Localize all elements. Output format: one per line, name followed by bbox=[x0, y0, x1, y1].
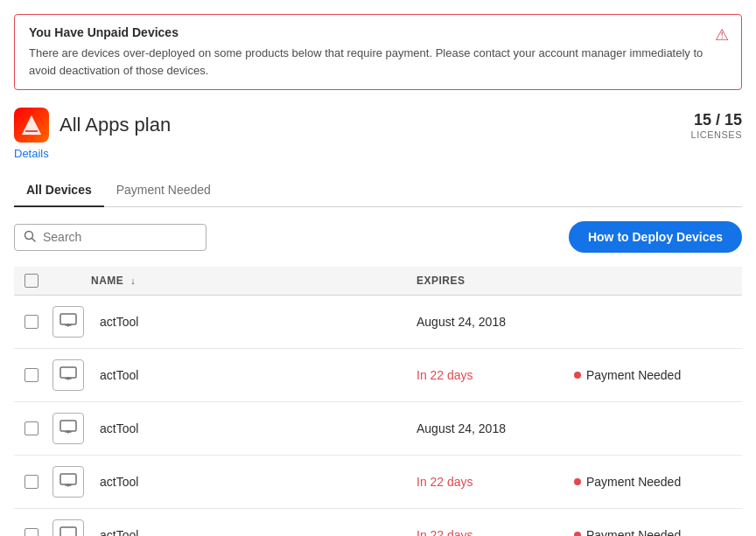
svg-rect-11 bbox=[60, 421, 76, 431]
col-header-name[interactable]: NAME ↓ bbox=[91, 275, 416, 287]
sort-arrow-icon: ↓ bbox=[130, 275, 136, 286]
select-all-checkbox[interactable] bbox=[24, 274, 38, 288]
payment-needed-status: Payment Needed bbox=[574, 368, 732, 382]
plan-header: All Apps plan 15 / 15 LICENSES bbox=[14, 108, 742, 143]
toolbar: How to Deploy Devices bbox=[14, 221, 742, 253]
svg-rect-14 bbox=[60, 474, 76, 484]
expires-value: In 22 days bbox=[416, 528, 574, 536]
device-name: actTool bbox=[91, 528, 416, 536]
status-dot-icon bbox=[574, 532, 581, 536]
license-count: 15 / 15 bbox=[691, 111, 742, 129]
table-row: actTool In 22 days Payment Needed bbox=[14, 509, 742, 536]
deploy-devices-button[interactable]: How to Deploy Devices bbox=[569, 221, 742, 253]
details-link[interactable]: Details bbox=[14, 147, 49, 160]
license-label: LICENSES bbox=[691, 129, 742, 140]
license-info: 15 / 15 LICENSES bbox=[691, 111, 742, 140]
device-name: actTool bbox=[91, 315, 416, 329]
device-name: actTool bbox=[91, 368, 416, 382]
search-box[interactable] bbox=[14, 224, 206, 251]
payment-needed-label: Payment Needed bbox=[586, 528, 681, 536]
device-name: actTool bbox=[91, 475, 416, 489]
plan-title: All Apps plan bbox=[60, 114, 171, 136]
alert-title: You Have Unpaid Devices bbox=[29, 25, 727, 39]
tab-payment-needed[interactable]: Payment Needed bbox=[104, 174, 223, 207]
expires-value: August 24, 2018 bbox=[416, 315, 574, 329]
table-row: actTool August 24, 2018 bbox=[14, 296, 742, 349]
svg-rect-17 bbox=[60, 527, 76, 537]
alert-body: There are devices over-deployed on some … bbox=[29, 45, 727, 79]
row-checkbox[interactable] bbox=[24, 475, 38, 489]
expires-value: In 22 days bbox=[416, 475, 574, 489]
payment-needed-label: Payment Needed bbox=[586, 475, 681, 489]
row-checkbox[interactable] bbox=[24, 368, 38, 382]
payment-needed-status: Payment Needed bbox=[574, 528, 732, 536]
search-input[interactable] bbox=[43, 230, 197, 244]
tabs-bar: All Devices Payment Needed bbox=[14, 174, 742, 207]
svg-line-4 bbox=[32, 238, 36, 241]
table-row: actTool In 22 days Payment Needed bbox=[14, 349, 742, 402]
alert-banner: You Have Unpaid Devices There are device… bbox=[14, 14, 742, 90]
device-name: actTool bbox=[91, 421, 416, 435]
search-icon bbox=[24, 230, 36, 245]
expires-value: In 22 days bbox=[416, 368, 574, 382]
plan-left: All Apps plan bbox=[14, 108, 171, 143]
alert-icon: ⚠ bbox=[715, 25, 729, 45]
status-dot-icon bbox=[574, 372, 581, 379]
col-header-expires: EXPIRES bbox=[416, 275, 574, 287]
adobe-logo bbox=[14, 108, 49, 143]
payment-needed-label: Payment Needed bbox=[586, 368, 681, 382]
device-icon bbox=[52, 466, 84, 498]
row-checkbox[interactable] bbox=[24, 421, 38, 435]
device-icon bbox=[52, 359, 84, 391]
expires-value: August 24, 2018 bbox=[416, 421, 574, 435]
svg-rect-8 bbox=[60, 367, 76, 378]
row-checkbox[interactable] bbox=[24, 528, 38, 536]
table-header: NAME ↓ EXPIRES bbox=[14, 267, 742, 296]
status-dot-icon bbox=[574, 478, 581, 485]
device-icon bbox=[52, 306, 84, 338]
row-checkbox[interactable] bbox=[24, 315, 38, 329]
payment-needed-status: Payment Needed bbox=[574, 475, 732, 489]
device-icon bbox=[52, 413, 84, 444]
table-row: actTool August 24, 2018 bbox=[14, 402, 742, 456]
svg-rect-5 bbox=[60, 314, 76, 324]
table-body: actTool August 24, 2018 actT bbox=[14, 296, 742, 536]
tab-all-devices[interactable]: All Devices bbox=[14, 174, 104, 207]
table-row: actTool In 22 days Payment Needed bbox=[14, 456, 742, 509]
device-icon bbox=[52, 519, 84, 536]
